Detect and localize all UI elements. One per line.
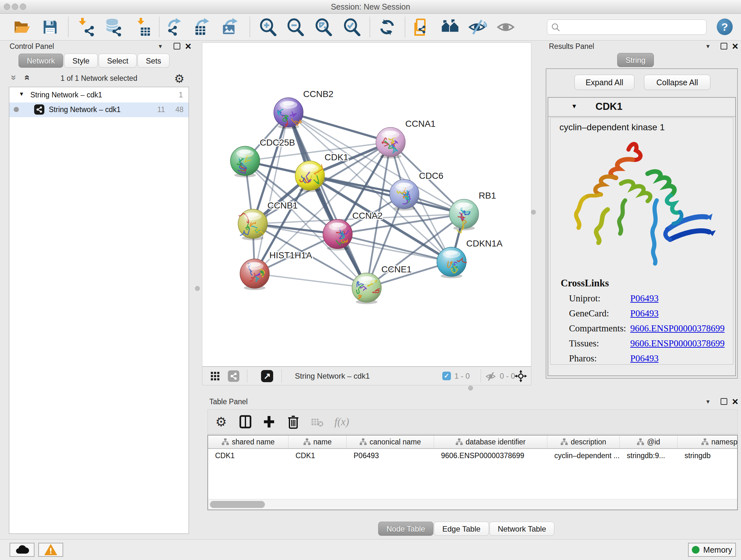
save-session-button[interactable] (42, 18, 59, 36)
export-image-button[interactable] (222, 18, 240, 37)
network-row-selected[interactable]: String Network – cdk1 11 48 (9, 103, 189, 117)
crosslink-link[interactable]: 9606.ENSP00000378699 (630, 338, 725, 348)
hide-selected-button[interactable] (468, 18, 487, 37)
right-splitter-handle[interactable] (531, 210, 536, 214)
table-options-gear-icon[interactable]: ⚙ (215, 415, 227, 429)
cloud-icon (15, 544, 29, 555)
node-label: CCNB2 (303, 89, 333, 99)
tab-network-table[interactable]: Network Table (489, 522, 555, 536)
import-network-button[interactable] (77, 18, 95, 37)
add-column-icon[interactable] (263, 415, 275, 428)
export-table-button[interactable] (193, 18, 212, 37)
application-window: Session: New Session (0, 0, 741, 560)
crosslink-link[interactable]: P06493 (630, 353, 659, 363)
grid-view-icon[interactable] (210, 371, 220, 381)
selected-indicator-checkbox[interactable]: ✓ (442, 372, 451, 380)
database-icon (104, 18, 123, 37)
collapse-all-button[interactable]: Collapse All (644, 75, 711, 90)
open-session-button[interactable] (13, 18, 30, 36)
column-header-name[interactable]: name (288, 435, 347, 448)
birdseye-view-icon[interactable]: ↗ (261, 370, 273, 382)
expand-all-button[interactable]: Expand All (575, 75, 634, 90)
tab-select[interactable]: Select (98, 54, 137, 68)
zoom-selected-button[interactable] (343, 18, 361, 36)
network-options-gear-icon[interactable]: ⚙ (174, 72, 185, 85)
crosslink-link[interactable]: P06493 (630, 293, 659, 303)
tab-network[interactable]: Network (18, 54, 63, 68)
network-edge[interactable] (255, 273, 367, 288)
panel-close-icon[interactable]: × (185, 43, 191, 50)
network-node-CDKN1A[interactable]: CDKN1A (437, 239, 502, 278)
column-header--id[interactable]: @id (620, 435, 677, 448)
table-cell[interactable]: stringdb:9... (620, 449, 677, 462)
column-header-canonical-name[interactable]: canonical name (347, 435, 434, 448)
network-node-CDC25B[interactable]: CDC25B (230, 138, 295, 178)
zoom-fit-button[interactable] (315, 18, 333, 36)
left-splitter-handle[interactable] (195, 286, 200, 291)
zoom-in-button[interactable] (259, 18, 277, 36)
network-node-HIST1H1A[interactable]: HIST1H1A (240, 250, 312, 290)
show-hidden-button[interactable] (497, 18, 515, 37)
network-node-RB1[interactable]: RB1 (449, 191, 496, 233)
warnings-button[interactable] (38, 543, 63, 557)
horizontal-scrollbar[interactable] (208, 499, 737, 509)
crosslink-link[interactable]: P06493 (630, 308, 659, 318)
collection-expander-icon[interactable]: ▼ (19, 91, 24, 98)
bottom-splitter-handle[interactable] (468, 386, 473, 390)
panel-float-icon[interactable] (174, 43, 180, 50)
import-table-button[interactable] (133, 18, 152, 37)
crosslink-label: Uniprot: (569, 293, 630, 304)
table-row[interactable]: CDK1CDK1P064939606.ENSP00000378699cyclin… (208, 449, 738, 462)
network-view-share-icon[interactable] (228, 370, 239, 382)
network-node-CCNA1[interactable]: CCNA1 (376, 119, 435, 159)
table-cell[interactable]: stringdb (677, 449, 738, 462)
protein-section-header[interactable]: ▼ CDK1 (548, 98, 735, 117)
import-network-from-database-button[interactable] (104, 18, 123, 37)
tab-style[interactable]: Style (64, 54, 98, 68)
column-header-namespace[interactable]: namespace (677, 435, 738, 448)
pan-crosshair-icon[interactable] (515, 370, 527, 382)
table-cell[interactable]: CDK1 (208, 449, 288, 462)
apply-layout-button[interactable] (379, 18, 396, 36)
tab-edge-table[interactable]: Edge Table (434, 522, 489, 536)
network-canvas[interactable]: CCNB2CCNA1CDC25BCDK1CDC6RB1CCNB1CCNA2CDK… (202, 43, 531, 367)
panel-float-icon[interactable] (721, 43, 727, 50)
search-input[interactable] (547, 19, 706, 35)
tab-string[interactable]: String (617, 53, 654, 67)
memory-button[interactable]: Memory (688, 543, 736, 557)
scrollbar-thumb[interactable] (210, 501, 265, 508)
help-button[interactable]: ? (717, 18, 733, 35)
tab-sets[interactable]: Sets (138, 54, 170, 68)
protein-name: CDK1 (596, 101, 622, 112)
column-header-description[interactable]: description (547, 435, 620, 448)
panel-menu-icon[interactable]: ▼ (158, 44, 163, 50)
panel-close-icon[interactable]: × (732, 43, 738, 50)
panel-float-icon[interactable] (721, 398, 727, 405)
column-type-icon (455, 438, 463, 446)
copy-style-button[interactable] (413, 18, 431, 36)
network-node-CCNB1[interactable]: CCNB1 (238, 200, 298, 240)
panel-menu-icon[interactable]: ▼ (705, 44, 711, 50)
network-collection-row[interactable]: ▼ String Network – cdk1 1 (9, 88, 189, 103)
show-columns-icon[interactable] (239, 415, 252, 428)
panel-close-icon[interactable]: × (732, 398, 738, 405)
show-all-networks-button[interactable] (441, 18, 460, 37)
tab-node-table[interactable]: Node Table (378, 522, 433, 536)
table-cell[interactable]: P06493 (347, 449, 434, 462)
table-cell[interactable]: cyclin–dependent ... (547, 449, 620, 462)
network-node-CCNE1[interactable]: CCNE1 (352, 264, 412, 304)
table-cell[interactable]: 9606.ENSP00000378699 (434, 449, 547, 462)
zoom-out-button[interactable] (286, 18, 305, 36)
column-header-shared-name[interactable]: shared name (208, 435, 288, 448)
table-cell[interactable]: CDK1 (288, 449, 347, 462)
crosslink-link[interactable]: 9606.ENSP00000378699 (630, 323, 725, 333)
panel-menu-icon[interactable]: ▼ (705, 399, 711, 405)
delete-column-icon[interactable] (287, 415, 299, 429)
export-network-button[interactable] (166, 18, 185, 37)
node-label: HIST1H1A (269, 250, 312, 260)
protein-expander-icon[interactable]: ▼ (571, 103, 577, 110)
network-selection-bar: » » 1 of 1 Network selected ⚙ (9, 71, 189, 86)
column-header-database-identifier[interactable]: database identifier (434, 435, 547, 448)
network-edge[interactable] (255, 112, 288, 273)
cloud-status-button[interactable] (10, 543, 35, 557)
